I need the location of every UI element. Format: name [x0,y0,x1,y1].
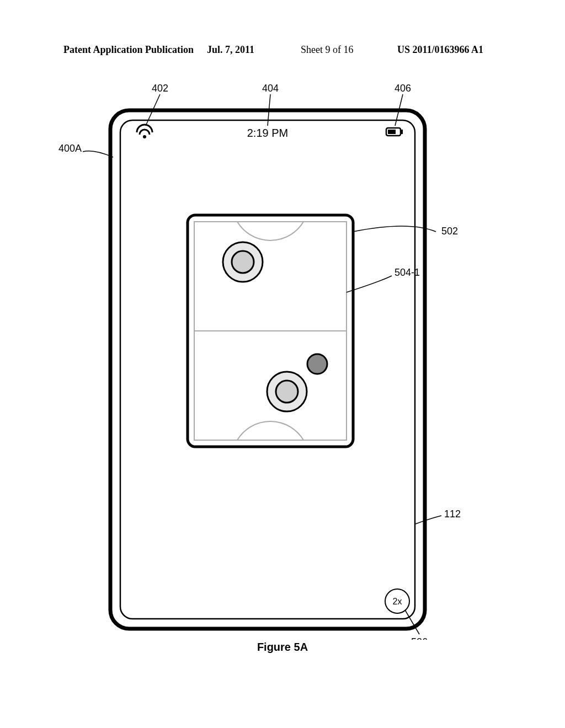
callout-506: 506 [411,636,428,640]
zoom-button-label: 2x [393,597,402,606]
svg-point-2 [143,135,146,138]
svg-point-13 [307,354,327,374]
callout-112: 112 [444,508,461,520]
touchscreen[interactable] [120,120,415,619]
svg-point-12 [276,381,298,403]
figure-caption: Figure 5A [0,641,565,654]
callout-400a: 400A [58,143,82,154]
zoom-button[interactable]: 2x [385,589,409,613]
callout-406: 406 [395,83,411,94]
callout-402: 402 [152,83,168,94]
callout-502: 502 [441,226,458,237]
figure-5a: 2:19 PM 2x 402 404 406 [0,55,565,689]
callout-504-1: 504-1 [395,267,420,278]
svg-rect-1 [120,120,415,619]
svg-rect-4 [388,130,396,134]
callout-404: 404 [262,83,279,94]
header-pubnum: US 2011/0163966 A1 [397,44,483,56]
svg-rect-5 [401,130,403,134]
svg-point-10 [232,251,254,273]
header-sheet: Sheet 9 of 16 [301,44,353,56]
header-publication: Patent Application Publication [63,44,194,56]
status-time: 2:19 PM [247,127,288,139]
header-date: Jul. 7, 2011 [207,44,254,56]
